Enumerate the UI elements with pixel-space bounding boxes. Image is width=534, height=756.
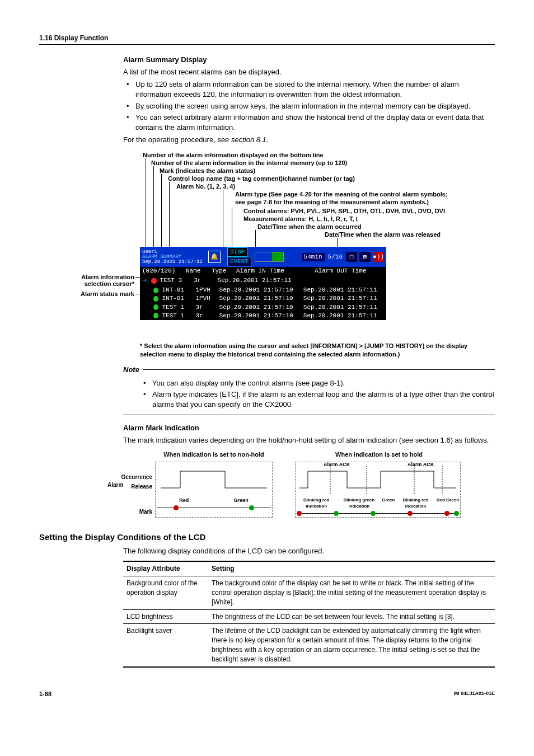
alarm-summary-block: Alarm Summary Display A list of the most… (123, 55, 495, 145)
alarm-mark-heading: Alarm Mark Indication (123, 423, 495, 433)
mark-dot-green (334, 511, 339, 516)
alarm-summary-screenshot: user1 ALARM SUMMARY Sep.20.2001 21:57:12… (140, 247, 386, 320)
note-heading: Note (123, 365, 495, 375)
diagram-label: Alarm No. (1, 2, 3, 4) (176, 183, 235, 191)
bullet-item: You can select arbitrary alarm informati… (133, 112, 495, 133)
note-block: Note You can also display only the contr… (123, 365, 495, 415)
note-head-text: Note (123, 365, 139, 375)
bullet-item: Alarm type indicates [ETC], if the alarm… (150, 389, 495, 410)
note-rule (143, 369, 495, 370)
setting-cell: The lifetime of the LCD backlight can be… (208, 624, 495, 667)
setting-cell: The background color of the display can … (208, 576, 495, 609)
alarm-summary-intro: A list of the most recent alarms can be … (123, 67, 495, 77)
note-end-rule (123, 415, 495, 415)
md-nonhold-title: When indication is set to non-hold (155, 451, 273, 458)
state-label: Green (234, 497, 249, 504)
status-dot-icon (153, 296, 158, 302)
section-header: 1.16 Display Function (39, 34, 495, 45)
axis-alarm: Alarm (107, 480, 123, 490)
diagram-label: Alarm type (See page 4-20 for the meanin… (235, 191, 448, 206)
row-out-time: Sep.20.2001 21:57:11 (303, 287, 384, 294)
attr-cell: LCD brightness (123, 609, 208, 624)
diagram-footnote: * Select the alarm information using the… (140, 342, 495, 358)
col-in: Alarm IN Time (236, 267, 315, 275)
screenshot-row: ➔TEST 33rSep.20.2001 21:57:11 (140, 275, 386, 286)
page-footer: 1-88 IM 04L31A01-01E (39, 690, 495, 698)
row-type: 1PVH (196, 287, 216, 294)
alarm-mark-body: The mark indication varies depending on … (123, 435, 495, 445)
status-dot-icon (151, 278, 156, 284)
diagram-label: Number of the alarm information in the i… (151, 159, 347, 167)
lcd-heading: Setting the Display Conditions of the LC… (39, 531, 495, 543)
scr-event: EVENT (227, 257, 251, 266)
status-dot-icon (153, 313, 158, 318)
diagram-label: Date/Time when the alarm occurred (257, 223, 362, 231)
procedure-link: section 8.1 (231, 135, 266, 144)
row-name: TEST 1 (162, 304, 192, 311)
row-name: TEST 3 (160, 277, 191, 284)
diagram-label: Control alarms: PVH, PVL, SPH, SPL, OTH,… (243, 208, 445, 215)
alarm-summary-heading: Alarm Summary Display (123, 55, 495, 65)
display-attribute-table: Display Attribute Setting Background col… (123, 561, 495, 667)
procedure-prefix: For the operating procedure, see (123, 135, 231, 144)
procedure-suffix: . (266, 135, 269, 144)
media-icon: ⬚ (346, 252, 357, 262)
state-label: Red (179, 497, 189, 504)
row-in-time: Sep.20.2001 21:57:11 (218, 277, 299, 284)
scr-disp: DISP (227, 247, 247, 257)
diagram-label: Number of the alarm information displaye… (143, 152, 324, 159)
md-hold-title: When indication is set to hold (295, 451, 463, 458)
state-label: Green (382, 497, 395, 509)
alarm-summary-diagram: Number of the alarm information displaye… (39, 152, 495, 336)
row-type: 3r (194, 277, 214, 284)
diagram-label: Control loop name (tag + tag comment)/ch… (168, 175, 355, 183)
col-type: Type (212, 267, 236, 275)
setting-cell: The brightness of the LCD can be set bet… (208, 609, 495, 624)
alarm-bell-icon: 🔔 (208, 251, 221, 263)
scr-stamp: Sep.20.2001 21:57:12 (142, 260, 203, 265)
note-bullets: You can also display only the control al… (140, 378, 495, 410)
ack-label: Alarm ACK (407, 461, 434, 468)
bullet-item: You can also display only the control al… (150, 378, 495, 388)
col-out: Alarm OUT Time (315, 267, 382, 275)
status-dot-icon (153, 304, 158, 310)
lcd-block: The following display conditions of the … (123, 546, 495, 667)
scr-count: (020/120) (142, 267, 186, 275)
mark-dot-red (444, 511, 449, 516)
row-in-time: Sep.20.2001 21:57:10 (219, 287, 300, 294)
diagram-label: Measurement alarms: H, L, h, l, R, r, T,… (243, 215, 358, 223)
row-type: 3r (196, 304, 216, 311)
callout-cursor: Alarm information selection cursor* (62, 274, 134, 287)
screenshot-header: user1 ALARM SUMMARY Sep.20.2001 21:57:12… (140, 247, 386, 267)
mark-dot-red (407, 511, 413, 516)
record-icon: ●)) (373, 252, 384, 262)
row-name: TEST 1 (162, 312, 192, 320)
state-label: Blinking red indication (396, 497, 435, 509)
screenshot-row: INT-011PVHSep.20.2001 21:57:10Sep.20.200… (140, 294, 386, 303)
step-line-icon (297, 466, 459, 494)
table-row: Backlight saver The lifetime of the LCD … (123, 624, 495, 667)
mark-dot-red (297, 511, 302, 516)
alarm-mark-block: Alarm Mark Indication The mark indicatio… (123, 423, 495, 518)
row-name: INT-01 (162, 295, 192, 302)
row-out-time: Sep.20.2001 21:57:11 (303, 295, 384, 302)
scr-time-ind: 54min (302, 253, 325, 261)
mark-indication-diagram: When indication is set to non-hold Alarm… (123, 451, 495, 518)
cursor-arrow-icon: ➔ (142, 276, 147, 285)
row-in-time: Sep.20.2001 21:57:10 (219, 312, 300, 320)
keylock-icon: ⊞ (359, 252, 371, 262)
scr-page-ind: 5/16 (328, 253, 343, 261)
alarm-summary-bullets: Up to 120 sets of alarm information can … (123, 79, 495, 133)
attr-cell: Backlight saver (123, 624, 208, 667)
step-line-icon (158, 466, 270, 494)
status-dot-icon (153, 288, 158, 293)
diagram-label: Mark (Indicates the alarm status) (160, 167, 255, 175)
bullet-item: Up to 120 sets of alarm information can … (133, 79, 495, 100)
row-out-time: Sep.20.2001 21:57:11 (303, 312, 384, 320)
axis-mark: Mark (112, 507, 152, 516)
row-in-time: Sep.20.2001 21:57:10 (219, 304, 300, 311)
mark-dot-green (249, 505, 254, 510)
mark-dot-green (454, 511, 459, 516)
row-in-time: Sep.20.2001 21:57:10 (219, 295, 300, 302)
mark-dot-green (371, 511, 376, 516)
